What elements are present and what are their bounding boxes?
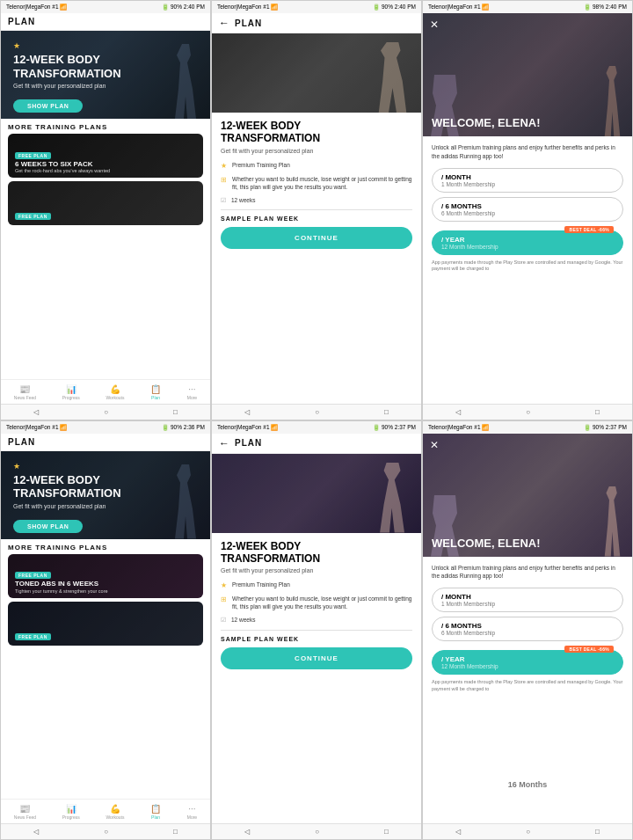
plan-6month-6[interactable]: / 6 MONTHS 6 Month Membership: [432, 617, 623, 641]
plan-card-1b[interactable]: FREE PLAN: [8, 181, 203, 225]
hero-title-1: 12-WEEK BODYTRANSFORMATION: [13, 53, 198, 80]
battery-2: 🔋 90% 2:40 PM: [373, 4, 416, 11]
carrier-1: Telenor|MegaFon #1 📶: [6, 4, 67, 11]
show-plan-button-4[interactable]: SHOW PLAN: [13, 520, 83, 533]
android-recents-6[interactable]: □: [595, 828, 600, 836]
back-arrow-2[interactable]: ←: [219, 17, 229, 29]
nav-newsfeed-1[interactable]: 📰 News Feed: [14, 384, 36, 400]
6month-name-6: 6 Month Membership: [441, 630, 495, 636]
star-icon-2: ★: [221, 162, 227, 170]
close-button-3[interactable]: ✕: [430, 18, 439, 31]
android-back-1[interactable]: ◁: [33, 408, 39, 416]
android-back-6[interactable]: ◁: [455, 828, 461, 836]
yearly-price-6: / YEAR: [441, 655, 498, 663]
back-arrow-5[interactable]: ←: [219, 437, 229, 449]
workouts-icon-4: 💪: [110, 804, 120, 814]
premium-hero-content-6: WELCOME, ELENA!: [423, 530, 632, 557]
plan-icon-1: 📋: [150, 384, 161, 394]
free-badge-4a: FREE PLAN: [15, 572, 51, 579]
screen-2: Telenor|MegaFon #1 📶 🔋 90% 2:40 PM ← PLA…: [211, 0, 422, 420]
progress-label-4: Progress: [62, 814, 80, 820]
hero-content-1: ★ 12-WEEK BODYTRANSFORMATION Get fit wit…: [1, 31, 210, 119]
top-bar-2: ← PLAN: [212, 13, 421, 33]
feature-desc-5: ⊞ Whether you want to build muscle, lose…: [221, 595, 412, 610]
android-home-6[interactable]: ○: [526, 828, 530, 836]
hero-title-4: 12-WEEK BODYTRANSFORMATION: [13, 473, 198, 500]
card-content-4a: FREE PLAN TONED ABS IN 6 WEEKS Tighten y…: [8, 554, 203, 598]
6month-price-3: / 6 MONTHS: [441, 202, 495, 210]
more-label-4: More: [187, 814, 197, 820]
plan-yearly-3[interactable]: BEST DEAL -66% / YEAR 12 Month Membershi…: [432, 230, 623, 255]
detail-title-2: 12-WEEK BODYTRANSFORMATION: [221, 120, 412, 145]
hero-4: ★ 12-WEEK BODYTRANSFORMATION Get fit wit…: [1, 451, 210, 539]
plan-card-4a[interactable]: FREE PLAN TONED ABS IN 6 WEEKS Tighten y…: [8, 554, 203, 598]
nav-workouts-4[interactable]: 💪 Workouts: [106, 804, 124, 820]
plan-cards-4: FREE PLAN TONED ABS IN 6 WEEKS Tighten y…: [1, 554, 210, 800]
feature-premium-text-2: Premium Training Plan: [232, 161, 290, 169]
welcome-text-6: WELCOME, ELENA!: [432, 537, 623, 550]
card-title-1a: 6 WEEKS TO SIX PACK: [15, 161, 196, 169]
plan-yearly-6[interactable]: BEST DEAL -66% / YEAR 12 Month Membershi…: [432, 650, 623, 675]
show-plan-button-1[interactable]: SHOW PLAN: [13, 99, 83, 113]
bottom-nav-1: 📰 News Feed 📊 Progress 💪 Workouts 📋 Plan…: [1, 379, 210, 404]
android-home-4[interactable]: ○: [104, 828, 108, 836]
nav-plan-4[interactable]: 📋 Plan: [150, 804, 161, 820]
carrier-4: Telenor|MegaFon #1 📶: [6, 424, 67, 431]
plan-monthly-6[interactable]: / MONTH 1 Month Membership: [432, 588, 623, 612]
newsfeed-icon-4: 📰: [19, 804, 30, 814]
android-recents-1[interactable]: □: [173, 408, 178, 416]
screen-6: Telenor|MegaFon #1 📶 🔋 90% 2:37 PM ✕ WEL…: [422, 420, 633, 841]
close-button-6[interactable]: ✕: [430, 439, 439, 451]
android-recents-5[interactable]: □: [384, 828, 389, 836]
screen-5: Telenor|MegaFon #1 📶 🔋 90% 2:37 PM ← PLA…: [211, 420, 422, 841]
yearly-name-3: 12 Month Membership: [441, 244, 498, 250]
android-recents-3[interactable]: □: [595, 408, 600, 416]
feature-weeks-5: ☑ 12 weeks: [221, 616, 412, 624]
premium-footer-6: App payments made through the Play Store…: [432, 679, 623, 692]
continue-button-5[interactable]: CONTINUE: [221, 647, 412, 669]
android-recents-2[interactable]: □: [384, 408, 389, 416]
nav-newsfeed-4[interactable]: 📰 News Feed: [14, 804, 36, 820]
plan-monthly-3[interactable]: / MONTH 1 Month Membership: [432, 168, 623, 193]
workouts-icon-1: 💪: [110, 384, 120, 394]
hero-1: ★ 12-WEEK BODYTRANSFORMATION Get fit wit…: [1, 31, 210, 119]
battery-6: 🔋 90% 2:37 PM: [584, 424, 627, 431]
nav-more-1[interactable]: ··· More: [187, 384, 197, 400]
premium-footer-3: App payments made through the Play Store…: [432, 259, 623, 273]
nav-more-4[interactable]: ··· More: [187, 804, 197, 820]
nav-progress-4[interactable]: 📊 Progress: [62, 804, 80, 820]
page-title-1: PLAN: [8, 17, 35, 26]
android-back-3[interactable]: ◁: [455, 408, 461, 416]
premium-body-3: Unlock all Premium training plans and en…: [423, 136, 632, 404]
divider-2: [221, 209, 412, 210]
bottom-nav-4: 📰 News Feed 📊 Progress 💪 Workouts 📋 Plan…: [1, 799, 210, 823]
android-home-3[interactable]: ○: [526, 408, 530, 416]
card-content-1a: FREE PLAN 6 WEEKS TO SIX PACK Get the ro…: [8, 134, 203, 178]
plan-card-4b[interactable]: FREE PLAN: [8, 602, 203, 646]
plan-6month-3[interactable]: / 6 MONTHS 6 Month Membership: [432, 197, 623, 222]
android-back-5[interactable]: ◁: [244, 828, 250, 836]
newsfeed-icon-1: 📰: [19, 384, 30, 394]
more-label-1: More: [187, 395, 197, 400]
nav-workouts-1[interactable]: 💪 Workouts: [106, 384, 124, 400]
section-label-4: MORE TRAINING PLANS: [1, 539, 210, 554]
continue-button-2[interactable]: CONTINUE: [221, 227, 412, 249]
grid-icon-2: ⊞: [221, 176, 227, 184]
nav-plan-1[interactable]: 📋 Plan: [150, 384, 161, 400]
android-home-1[interactable]: ○: [104, 408, 108, 416]
premium-desc-6: Unlock all Premium training plans and en…: [432, 564, 623, 581]
android-nav-5: ◁ ○ □: [212, 823, 421, 839]
nav-progress-1[interactable]: 📊 Progress: [62, 384, 80, 400]
status-bar-5: Telenor|MegaFon #1 📶 🔋 90% 2:37 PM: [212, 421, 421, 434]
monthly-name-6: 1 Month Membership: [441, 601, 495, 607]
android-back-2[interactable]: ◁: [244, 408, 250, 416]
android-home-5[interactable]: ○: [315, 828, 319, 836]
android-recents-4[interactable]: □: [173, 828, 178, 836]
plan-card-1a[interactable]: FREE PLAN 6 WEEKS TO SIX PACK Get the ro…: [8, 134, 203, 178]
card-content-1b: FREE PLAN: [8, 181, 203, 225]
android-home-2[interactable]: ○: [315, 408, 319, 416]
monthly-price-6: / MONTH: [441, 593, 495, 601]
monthly-price-3: / MONTH: [441, 173, 495, 181]
carrier-5: Telenor|MegaFon #1 📶: [217, 424, 278, 431]
android-back-4[interactable]: ◁: [33, 828, 39, 836]
